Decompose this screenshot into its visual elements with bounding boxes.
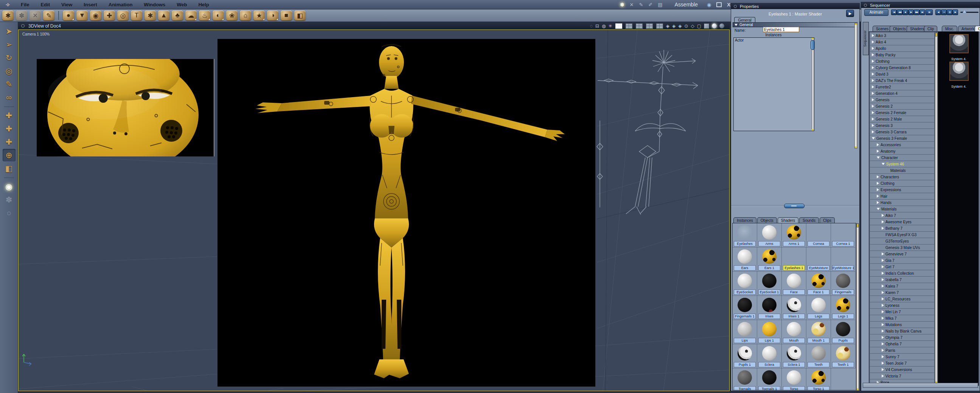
brush-icon[interactable]: ✐ <box>648 2 652 8</box>
tree-scrollbar[interactable] <box>935 33 938 385</box>
insert-cloud-icon[interactable]: ☁ <box>185 11 197 21</box>
layout-split-v-icon[interactable] <box>635 23 643 29</box>
pan-view-tool-icon[interactable]: ✽ <box>3 193 16 206</box>
shader-cell[interactable]: Mouth <box>782 320 807 344</box>
link-tool-icon[interactable]: ∞ <box>3 91 16 103</box>
shader-cell[interactable]: Cornea <box>807 223 831 247</box>
collapsed-triangle-icon[interactable] <box>877 182 879 185</box>
collapsed-triangle-icon[interactable] <box>882 323 884 326</box>
tree-item[interactable]: Anatomy <box>870 148 934 154</box>
shader-cell[interactable]: EyeMoisture <box>807 247 831 272</box>
sequencer-title-bar[interactable]: Sequencer <box>861 2 980 8</box>
collapsed-triangle-icon[interactable] <box>882 304 884 307</box>
tree-item[interactable]: Olympia 7 <box>870 334 934 341</box>
tree-item[interactable]: Aiko 3 <box>870 33 934 38</box>
collapsed-triangle-icon[interactable] <box>882 291 884 294</box>
eye-icon[interactable]: ◉ <box>707 2 711 8</box>
shader-cell[interactable]: Torso 1 <box>807 368 831 390</box>
collapsed-triangle-icon[interactable] <box>872 40 874 43</box>
tree-item[interactable]: Mika 7 <box>870 315 934 321</box>
corner-view-tool-icon[interactable]: ◧ <box>3 162 16 174</box>
tree-item[interactable]: Materials <box>870 167 934 173</box>
tree-item[interactable]: System 46 <box>870 161 934 167</box>
tree-item[interactable]: Clothing <box>870 58 934 64</box>
shader-cell[interactable]: Pupils <box>831 320 856 344</box>
smooth-sphere-icon[interactable] <box>712 24 717 29</box>
viewport-title-bar[interactable]: 3DView of Doc4 ◌⊟◍✳◈◈◈⊙◇▢ <box>18 22 730 30</box>
delete-keyframe-button[interactable]: ▥ <box>947 10 952 15</box>
shader-cell[interactable]: Fingernails 1 <box>733 296 757 320</box>
shader-cell[interactable]: EyeSocket 1 <box>757 272 782 296</box>
collapsed-triangle-icon[interactable] <box>882 336 884 339</box>
collapsed-triangle-icon[interactable] <box>872 117 874 120</box>
panel-splitter[interactable] <box>731 204 859 208</box>
shader-cell[interactable]: Irises <box>757 296 782 320</box>
sequencer-vertical-tab[interactable]: Sequencer <box>863 22 869 55</box>
tree-item[interactable]: Genesis 3 Carrara <box>870 129 934 135</box>
tree-item[interactable]: Genesis 3 <box>870 122 934 128</box>
collapsed-triangle-icon[interactable] <box>882 368 884 371</box>
insert-plane-icon[interactable]: ■ <box>281 11 292 21</box>
collapsed-triangle-icon[interactable] <box>882 297 884 300</box>
collapsed-triangle-icon[interactable] <box>882 374 884 377</box>
layout-corner-icon[interactable] <box>656 23 663 29</box>
camera-view-icon[interactable]: ◍ <box>602 24 606 29</box>
shader-cell[interactable]: Sclera 1 <box>782 344 807 368</box>
tree-item[interactable]: Gia 7 <box>870 257 934 263</box>
tab-instances[interactable]: Instances <box>733 217 756 223</box>
shader-cell[interactable]: Lips 1 <box>757 320 782 344</box>
tree-item[interactable]: Generation 4 <box>870 90 934 97</box>
maximize-icon[interactable] <box>716 2 722 7</box>
name-input[interactable] <box>763 27 799 32</box>
prev-key-button[interactable]: ◀ <box>935 10 941 15</box>
shader-cell[interactable]: Ears 1 <box>757 247 782 272</box>
textured-sphere-icon[interactable] <box>719 24 724 29</box>
collapsed-triangle-icon[interactable] <box>882 214 884 217</box>
move-xy-tool-icon[interactable]: ✚ <box>3 109 16 122</box>
fast-forward-button[interactable]: ▶▶ <box>914 10 920 15</box>
tree-item[interactable]: Character <box>870 155 934 161</box>
collapsed-triangle-icon[interactable] <box>872 105 874 108</box>
collapsed-triangle-icon[interactable] <box>882 259 884 262</box>
tree-item[interactable]: India's Collection <box>870 270 934 276</box>
tree-item[interactable]: Clothing <box>870 180 934 186</box>
splitter-handle[interactable] <box>784 204 805 208</box>
hierarchy-icon[interactable]: ⊟ <box>595 24 599 29</box>
insert-globe-icon[interactable]: ◉ <box>90 11 101 21</box>
insert-vertex-object-icon[interactable]: ▼ <box>76 11 88 21</box>
tree-item[interactable]: Izabella 7 <box>870 277 934 283</box>
collapsed-triangle-icon[interactable] <box>872 34 874 37</box>
collapsed-triangle-icon[interactable] <box>882 355 884 358</box>
shader-cell[interactable]: Lips <box>733 320 757 344</box>
viewport-canvas[interactable]: Camera 1 100% <box>18 30 730 391</box>
tab-scenes[interactable]: Scenes <box>873 26 892 32</box>
insert-camera-icon[interactable]: ◑ <box>267 11 278 21</box>
expanded-triangle-icon[interactable] <box>882 163 885 165</box>
wire-cube-icon[interactable]: ▢ <box>697 24 701 29</box>
eyedropper-tool-icon[interactable]: ✎ <box>3 78 16 90</box>
move-xz-tool-icon[interactable]: ✚ <box>3 122 16 135</box>
tree-item[interactable]: Victoria 7 <box>870 373 934 379</box>
shader-cell[interactable]: Eyelashes <box>733 223 757 247</box>
tree-item[interactable]: Genesis <box>870 97 934 103</box>
shader-grid-scrollbar[interactable] <box>856 223 859 391</box>
shader-cell[interactable]: Irises 1 <box>782 296 807 320</box>
shader-cell[interactable]: Mouth 1 <box>807 320 831 344</box>
collapsed-triangle-icon[interactable] <box>882 278 884 281</box>
collapsed-triangle-icon[interactable] <box>877 188 879 191</box>
menu-item-file[interactable]: File <box>15 2 35 8</box>
pan-hand-icon[interactable]: ✽ <box>16 11 27 21</box>
dashed-sphere-icon[interactable]: ◇ <box>690 24 694 29</box>
properties-title-bar[interactable]: Properties <box>731 3 859 9</box>
tab-c[interactable]: C <box>975 26 980 32</box>
add-keyframe-button[interactable]: ⊶ <box>941 10 947 15</box>
browser-thumbnail[interactable]: System 4. <box>940 34 977 62</box>
tree-item[interactable]: Mei Lin 7 <box>870 309 934 315</box>
collapsed-triangle-icon[interactable] <box>882 265 884 268</box>
tree-item[interactable]: Mutations <box>870 322 934 328</box>
tree-item[interactable]: Genesis 2 Male <box>870 116 934 122</box>
render-sphere-pair-icon[interactable]: ◌ <box>590 24 593 29</box>
tree-item[interactable]: V4 Conversions <box>870 366 934 372</box>
move-yz-tool-icon[interactable]: ✚ <box>3 136 16 148</box>
shader-cell[interactable]: Toenails 1 <box>757 368 782 390</box>
